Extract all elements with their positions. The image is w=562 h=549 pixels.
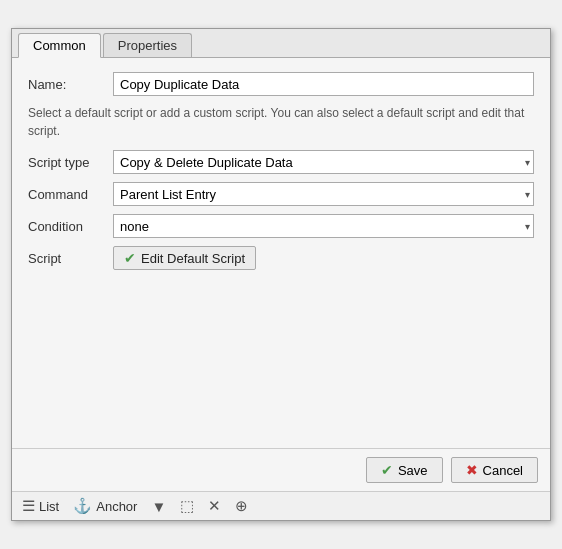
description-text: Select a default script or add a custom … <box>28 104 534 140</box>
command-select[interactable]: Parent List Entry <box>113 182 534 206</box>
condition-row: Condition none ▾ <box>28 214 534 238</box>
filter-icon: ▼ <box>151 498 166 515</box>
condition-select[interactable]: none <box>113 214 534 238</box>
anchor-icon: ⚓ <box>73 497 92 515</box>
script-type-row: Script type Copy & Delete Duplicate Data… <box>28 150 534 174</box>
edit-script-label: Edit Default Script <box>141 251 245 266</box>
edit-script-button[interactable]: ✔ Edit Default Script <box>113 246 256 270</box>
toolbar-crosshair-item[interactable]: ⊕ <box>235 497 248 515</box>
edit-script-check-icon: ✔ <box>124 250 136 266</box>
command-row: Command Parent List Entry ▾ <box>28 182 534 206</box>
anchor-label: Anchor <box>96 499 137 514</box>
name-label: Name: <box>28 77 113 92</box>
script-label: Script <box>28 251 113 266</box>
toolbar-list-item[interactable]: ☰ List <box>22 497 59 515</box>
condition-select-wrapper: none ▾ <box>113 214 534 238</box>
toolbar-filter-item[interactable]: ▼ <box>151 498 166 515</box>
condition-label: Condition <box>28 219 113 234</box>
save-button[interactable]: ✔ Save <box>366 457 443 483</box>
save-label: Save <box>398 463 428 478</box>
cancel-x-icon: ✖ <box>466 462 478 478</box>
command-select-wrapper: Parent List Entry ▾ <box>113 182 534 206</box>
cancel-label: Cancel <box>483 463 523 478</box>
crosshair-icon: ⊕ <box>235 497 248 515</box>
command-label: Command <box>28 187 113 202</box>
script-row: Script ✔ Edit Default Script <box>28 246 534 270</box>
cancel-button[interactable]: ✖ Cancel <box>451 457 538 483</box>
script-type-label: Script type <box>28 155 113 170</box>
list-label: List <box>39 499 59 514</box>
main-window: Common Properties Name: Select a default… <box>11 28 551 521</box>
clear-icon: ✕ <box>208 497 221 515</box>
main-content: Name: Select a default script or add a c… <box>12 58 550 448</box>
script-type-select[interactable]: Copy & Delete Duplicate Data <box>113 150 534 174</box>
script-type-select-wrapper: Copy & Delete Duplicate Data ▾ <box>113 150 534 174</box>
footer: ✔ Save ✖ Cancel <box>12 448 550 491</box>
select-region-icon: ⬚ <box>180 497 194 515</box>
list-icon: ☰ <box>22 497 35 515</box>
tab-properties[interactable]: Properties <box>103 33 192 57</box>
toolbar: ☰ List ⚓ Anchor ▼ ⬚ ✕ ⊕ <box>12 491 550 520</box>
toolbar-select-region-item[interactable]: ⬚ <box>180 497 194 515</box>
tab-common[interactable]: Common <box>18 33 101 58</box>
tab-bar: Common Properties <box>12 29 550 58</box>
name-row: Name: <box>28 72 534 96</box>
name-input[interactable] <box>113 72 534 96</box>
toolbar-clear-item[interactable]: ✕ <box>208 497 221 515</box>
toolbar-anchor-item[interactable]: ⚓ Anchor <box>73 497 137 515</box>
save-check-icon: ✔ <box>381 462 393 478</box>
